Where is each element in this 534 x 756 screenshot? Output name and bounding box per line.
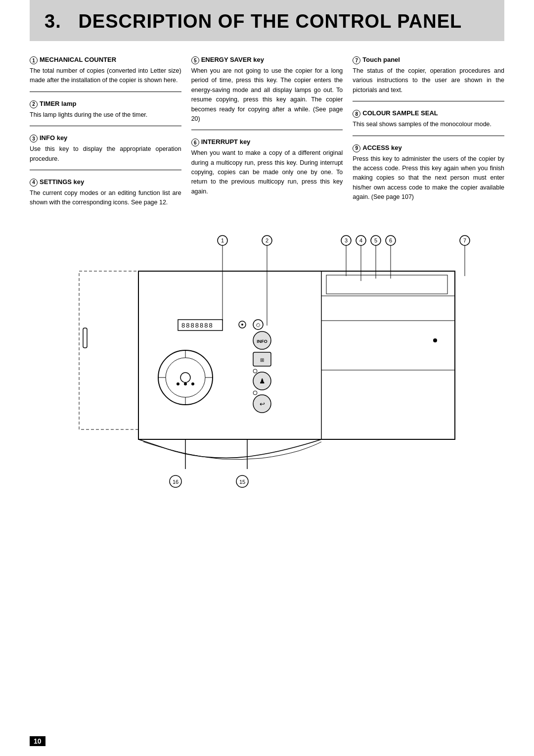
svg-rect-22 — [83, 328, 87, 348]
svg-point-47 — [180, 373, 190, 382]
column-2: 5 ENERGY SAVER key When you are not goin… — [191, 56, 343, 222]
svg-text:1: 1 — [221, 237, 224, 243]
section-5-label: 5 ENERGY SAVER key — [191, 56, 343, 64]
section-4-title: SETTINGS key — [40, 178, 84, 186]
svg-point-46 — [166, 358, 205, 397]
section-3-label: 3 INFO key — [30, 134, 181, 142]
chapter-header: 3. DESCRIPTION OF THE CONTROL PANEL — [30, 0, 504, 41]
section-1: 1 MECHANICAL COUNTER The total number of… — [30, 56, 181, 92]
section-1-number: 1 — [30, 56, 38, 64]
section-9-text: Press this key to administer the users o… — [353, 154, 504, 202]
content-grid: 1 MECHANICAL COUNTER The total number of… — [30, 56, 504, 222]
svg-text:⏲: ⏲ — [256, 322, 261, 328]
section-9: 9 ACCESS key Press this key to administe… — [353, 144, 504, 208]
section-9-title: ACCESS key — [362, 144, 401, 151]
section-9-number: 9 — [353, 144, 360, 152]
svg-text:⊞: ⊞ — [260, 357, 264, 363]
section-3: 3 INFO key Use this key to display the a… — [30, 134, 181, 170]
svg-point-55 — [433, 338, 437, 342]
diagram-area: 1 2 3 4 5 6 7 — [30, 232, 504, 504]
section-7-number: 7 — [353, 56, 360, 64]
svg-point-54 — [191, 382, 194, 385]
section-8: 8 COLOUR SAMPLE SEAL This seal shows sam… — [353, 109, 504, 136]
section-3-number: 3 — [30, 135, 38, 142]
section-2-title: TIMER lamp — [40, 100, 76, 107]
section-5-text: When you are not going to use the copier… — [191, 66, 343, 124]
section-7-title: Touch panel — [362, 56, 400, 63]
section-6-title: INTERRUPT key — [201, 138, 251, 145]
svg-point-32 — [241, 324, 243, 326]
section-8-title: COLOUR SAMPLE SEAL — [362, 109, 438, 117]
section-6-label: 6 INTERRUPT key — [191, 138, 343, 146]
section-4-label: 4 SETTINGS key — [30, 178, 181, 187]
section-9-label: 9 ACCESS key — [353, 144, 504, 152]
svg-point-44 — [253, 391, 257, 395]
svg-text:6: 6 — [389, 237, 392, 243]
section-4-text: The current copy modes or an editing fun… — [30, 189, 181, 208]
chapter-title-text: DESCRIPTION OF THE CONTROL PANEL — [78, 11, 462, 32]
svg-text:7: 7 — [463, 237, 466, 243]
section-5-number: 5 — [191, 56, 199, 64]
svg-point-45 — [158, 350, 213, 405]
svg-rect-21 — [79, 271, 138, 429]
section-6-text: When you want to make a copy of a differ… — [191, 148, 343, 196]
section-2-label: 2 TIMER lamp — [30, 100, 181, 108]
section-7-label: 7 Touch panel — [353, 56, 504, 64]
svg-text:INFO: INFO — [257, 339, 267, 344]
section-4: 4 SETTINGS key The current copy modes or… — [30, 178, 181, 214]
column-3: 7 Touch panel The status of the copier, … — [353, 56, 504, 222]
svg-rect-23 — [138, 271, 455, 439]
section-8-label: 8 COLOUR SAMPLE SEAL — [353, 109, 504, 118]
section-3-title: INFO key — [40, 134, 67, 142]
svg-text:5: 5 — [374, 237, 377, 243]
svg-point-53 — [184, 382, 187, 385]
section-2-number: 2 — [30, 100, 38, 108]
svg-point-43 — [253, 369, 257, 373]
svg-text:2: 2 — [266, 237, 268, 243]
chapter-number: 3. — [44, 11, 61, 32]
section-6-number: 6 — [191, 139, 199, 146]
svg-text:♟: ♟ — [259, 377, 266, 385]
section-4-number: 4 — [30, 179, 38, 187]
section-2-text: This lamp lights during the use of the t… — [30, 110, 181, 120]
svg-text:8888888: 8888888 — [181, 322, 214, 329]
svg-text:3: 3 — [345, 237, 348, 243]
chapter-title: 3. DESCRIPTION OF THE CONTROL PANEL — [44, 11, 490, 32]
section-8-number: 8 — [353, 110, 360, 118]
section-7: 7 Touch panel The status of the copier, … — [353, 56, 504, 101]
section-3-text: Use this key to display the appropriate … — [30, 144, 181, 164]
section-5-title: ENERGY SAVER key — [201, 56, 264, 63]
control-panel-diagram: 1 2 3 4 5 6 7 — [30, 232, 504, 504]
section-5: 5 ENERGY SAVER key When you are not goin… — [191, 56, 343, 130]
svg-text:↩: ↩ — [260, 400, 265, 408]
page-number: 10 — [30, 736, 45, 746]
section-7-text: The status of the copier, operation proc… — [353, 66, 504, 95]
section-2: 2 TIMER lamp This lamp lights during the… — [30, 100, 181, 126]
page-container: 3. DESCRIPTION OF THE CONTROL PANEL 1 ME… — [0, 0, 534, 523]
section-6: 6 INTERRUPT key When you want to make a … — [191, 138, 343, 202]
svg-text:16: 16 — [173, 479, 178, 485]
svg-point-52 — [177, 382, 179, 385]
column-1: 1 MECHANICAL COUNTER The total number of… — [30, 56, 181, 222]
section-1-label: 1 MECHANICAL COUNTER — [30, 56, 181, 64]
section-1-text: The total number of copies (converted in… — [30, 66, 181, 86]
svg-rect-24 — [321, 271, 455, 439]
svg-text:15: 15 — [239, 479, 245, 485]
svg-rect-28 — [326, 275, 447, 294]
section-1-title: MECHANICAL COUNTER — [40, 56, 116, 63]
svg-text:4: 4 — [359, 237, 362, 243]
section-8-text: This seal shows samples of the monocolou… — [353, 120, 504, 129]
